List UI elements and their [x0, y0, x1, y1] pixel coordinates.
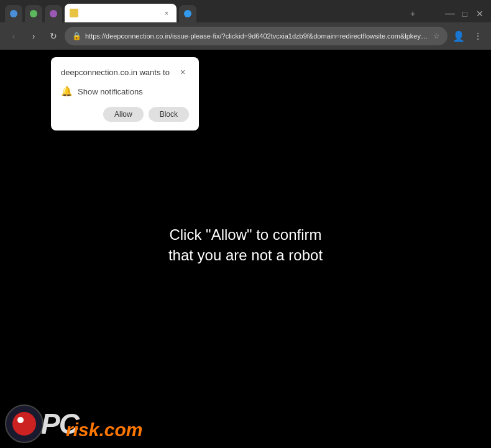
pcrisk-text: PC risk.com — [41, 409, 78, 438]
tab-active[interactable]: × — [65, 4, 177, 22]
popup-title: deepconnection.co.in wants to — [61, 68, 170, 77]
tab-favicon-3 — [50, 10, 57, 17]
tab-favicon-active — [70, 9, 78, 17]
nav-bar: ‹ › ↻ 🔒 https://deepconnection.co.in/iss… — [0, 22, 491, 50]
tab-inactive-5[interactable] — [179, 5, 196, 22]
profile-button[interactable]: 👤 — [450, 27, 467, 45]
pcrisk-risk-text: risk.com — [66, 419, 142, 441]
tab-close-button[interactable]: × — [162, 8, 172, 18]
main-text-line1: Click "Allow" to confirm — [146, 224, 345, 245]
forward-icon: › — [32, 31, 35, 41]
tab-favicon-2 — [30, 10, 37, 17]
refresh-button[interactable]: ↻ — [45, 27, 62, 45]
tab-inactive-3[interactable] — [45, 5, 62, 22]
menu-button[interactable]: ⋮ — [469, 27, 486, 45]
secure-icon: 🔒 — [72, 32, 81, 40]
popup-close-button[interactable]: × — [177, 66, 189, 78]
main-text-line2: that you are not a robot — [146, 245, 345, 266]
tab-bar: × + — □ ✕ — [0, 0, 491, 22]
bookmark-icon[interactable]: ☆ — [433, 32, 440, 40]
pcrisk-icon-circle — [12, 412, 36, 436]
browser-chrome: × + — □ ✕ ‹ › ↻ 🔒 https://deepconnection… — [0, 0, 491, 50]
url-text: https://deepconnection.co.in/issue-pleas… — [85, 32, 429, 40]
tab-bar-controls: + — □ ✕ — [406, 7, 486, 22]
notification-popup: deepconnection.co.in wants to × 🔔 Show n… — [51, 57, 199, 130]
tab-inactive-2[interactable] — [25, 5, 42, 22]
forward-button[interactable]: › — [25, 27, 42, 45]
pcrisk-logo-icon — [5, 405, 44, 443]
browser-content: deepconnection.co.in wants to × 🔔 Show n… — [0, 50, 491, 448]
close-window-button[interactable]: ✕ — [474, 7, 486, 20]
back-button[interactable]: ‹ — [5, 27, 22, 45]
popup-header: deepconnection.co.in wants to × — [61, 66, 189, 78]
tab-favicon-5 — [184, 10, 191, 17]
bell-icon: 🔔 — [61, 86, 73, 97]
profile-icon: 👤 — [452, 30, 465, 42]
back-icon: ‹ — [12, 31, 16, 41]
pcrisk-logo: PC risk.com — [5, 405, 78, 443]
popup-buttons: Allow Block — [61, 107, 189, 122]
new-tab-button[interactable]: + — [406, 7, 419, 20]
block-button[interactable]: Block — [149, 107, 189, 122]
popup-notification-row: 🔔 Show notifications — [61, 86, 189, 97]
allow-button[interactable]: Allow — [103, 107, 144, 122]
tab-favicon-1 — [10, 10, 17, 17]
show-notifications-text: Show notifications — [78, 87, 143, 96]
main-page-text: Click "Allow" to confirm that you are no… — [146, 224, 345, 265]
menu-icon: ⋮ — [474, 32, 481, 40]
minimize-button[interactable]: — — [444, 7, 456, 20]
nav-right-icons: 👤 ⋮ — [450, 27, 486, 45]
restore-button[interactable]: □ — [459, 7, 471, 20]
tab-inactive-1[interactable] — [5, 5, 22, 22]
address-bar[interactable]: 🔒 https://deepconnection.co.in/issue-ple… — [65, 27, 447, 45]
refresh-icon: ↻ — [50, 31, 57, 41]
